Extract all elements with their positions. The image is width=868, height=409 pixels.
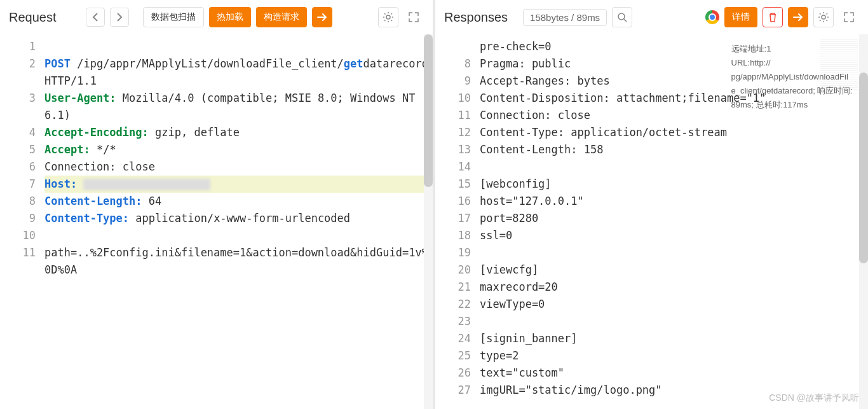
scan-button[interactable]: 数据包扫描	[143, 7, 204, 27]
code-line[interactable]	[44, 227, 433, 244]
delete-button[interactable]	[763, 7, 783, 27]
tooltip-line: e_client/getdatarecord; 响应时间:	[731, 84, 853, 98]
watermark: CSDN @故事讲予风听	[769, 392, 859, 404]
hotload-button[interactable]: 热加载	[209, 7, 251, 27]
response-send-button[interactable]	[788, 7, 808, 27]
code-line[interactable]: Content-Length: 158	[480, 141, 868, 158]
code-line[interactable]: Accept-Encoding: gzip, deflate	[44, 124, 433, 141]
code-line[interactable]: type=2	[480, 347, 868, 364]
code-line[interactable]: port=8280	[480, 210, 868, 227]
redacted-host	[83, 179, 210, 190]
response-tooltip: 远端地址:1 URL:http:// pg/appr/MApplyList/do…	[731, 42, 853, 112]
tooltip-line: 89ms; 总耗时:117ms	[731, 98, 853, 112]
chrome-icon[interactable]	[705, 10, 719, 24]
code-line[interactable]: host="127.0.0.1"	[480, 193, 868, 210]
code-line[interactable]: path=..%2Fconfig.ini&filename=1&action=d…	[44, 244, 433, 279]
code-line[interactable]: POST /ipg/appr/MApplyList/downloadFile_c…	[44, 55, 433, 90]
code-line[interactable]: text="custom"	[480, 364, 868, 382]
response-meta: 158bytes / 89ms	[523, 9, 607, 26]
code-line[interactable]: [webconfig]	[480, 176, 868, 193]
svg-point-0	[386, 15, 390, 19]
request-pane: Request 数据包扫描 热加载 构造请求 1234567	[0, 0, 435, 409]
detail-button[interactable]: 详情	[724, 7, 757, 27]
code-line[interactable]: maxrecord=20	[480, 279, 868, 296]
response-gutter: 89101112131415161718192021222324252627	[435, 34, 480, 409]
code-line[interactable]: Host:	[44, 176, 433, 193]
search-button[interactable]	[612, 7, 632, 27]
send-button[interactable]	[312, 7, 332, 27]
response-scroll-thumb[interactable]	[859, 73, 868, 263]
code-line[interactable]: Connection: close	[44, 158, 433, 176]
svg-point-1	[618, 13, 625, 20]
response-scrollbar[interactable]	[859, 34, 868, 409]
code-line[interactable]: Content-Type: application/octet-stream	[480, 124, 868, 141]
code-line[interactable]: [signin_banner]	[480, 330, 868, 347]
code-line[interactable]: viewType=0	[480, 296, 868, 313]
code-line[interactable]	[480, 158, 868, 176]
code-line[interactable]: User-Agent: Mozilla/4.0 (compatible; MSI…	[44, 90, 433, 124]
request-editor[interactable]: 1234567891011 POST /ipg/appr/MApplyList/…	[0, 34, 433, 409]
request-scroll-thumb[interactable]	[424, 34, 433, 187]
svg-point-2	[822, 15, 825, 19]
code-line[interactable]	[480, 244, 868, 261]
prev-button[interactable]	[86, 8, 105, 27]
next-button[interactable]	[110, 8, 129, 27]
code-line[interactable]: Content-Length: 64	[44, 193, 433, 210]
tooltip-line: URL:http://	[731, 56, 853, 70]
request-title: Request	[9, 10, 57, 25]
response-expand-button[interactable]	[839, 7, 859, 27]
code-line[interactable]	[480, 313, 868, 330]
request-lines[interactable]: POST /ipg/appr/MApplyList/downloadFile_c…	[44, 34, 433, 409]
request-gutter: 1234567891011	[0, 34, 44, 409]
response-toolbar: Responses 158bytes / 89ms 详情	[435, 0, 868, 34]
tooltip-line: pg/appr/MApplyList/downloadFil	[731, 70, 853, 84]
settings-button[interactable]	[378, 7, 398, 27]
request-toolbar: Request 数据包扫描 热加载 构造请求	[0, 0, 433, 34]
code-line[interactable]: Content-Type: application/x-www-form-url…	[44, 210, 433, 227]
code-line[interactable]: ssl=0	[480, 227, 868, 244]
code-line[interactable]	[44, 38, 433, 55]
expand-button[interactable]	[403, 7, 424, 27]
code-line[interactable]: [viewcfg]	[480, 261, 868, 279]
code-line[interactable]: Accept: */*	[44, 141, 433, 158]
response-title: Responses	[444, 10, 508, 25]
response-pane: Responses 158bytes / 89ms 详情 远端	[435, 0, 868, 409]
tooltip-line: 远端地址:1	[731, 42, 853, 56]
response-settings-button[interactable]	[813, 7, 834, 27]
construct-button[interactable]: 构造请求	[256, 7, 307, 27]
request-scrollbar[interactable]	[424, 34, 433, 409]
